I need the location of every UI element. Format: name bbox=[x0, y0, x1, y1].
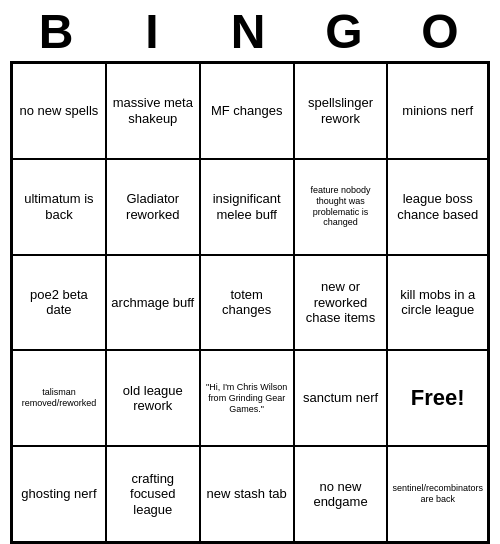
letter-o: O bbox=[394, 4, 490, 59]
bingo-cell-7[interactable]: insignificant melee buff bbox=[200, 159, 294, 255]
bingo-cell-6[interactable]: Gladiator reworked bbox=[106, 159, 200, 255]
bingo-cell-17[interactable]: "Hi, I'm Chris Wilson from Grinding Gear… bbox=[200, 350, 294, 446]
bingo-cell-19[interactable]: Free! bbox=[387, 350, 488, 446]
bingo-cell-11[interactable]: archmage buff bbox=[106, 255, 200, 351]
bingo-cell-4[interactable]: minions nerf bbox=[387, 63, 488, 159]
letter-b: B bbox=[10, 4, 106, 59]
letter-g: G bbox=[298, 4, 394, 59]
bingo-grid: no new spellsmassive meta shakeupMF chan… bbox=[10, 61, 490, 544]
bingo-cell-5[interactable]: ultimatum is back bbox=[12, 159, 106, 255]
letter-i: I bbox=[106, 4, 202, 59]
bingo-cell-16[interactable]: old league rework bbox=[106, 350, 200, 446]
bingo-cell-23[interactable]: no new endgame bbox=[294, 446, 388, 542]
bingo-cell-20[interactable]: ghosting nerf bbox=[12, 446, 106, 542]
bingo-cell-15[interactable]: talisman removed/reworked bbox=[12, 350, 106, 446]
bingo-cell-14[interactable]: kill mobs in a circle league bbox=[387, 255, 488, 351]
bingo-cell-9[interactable]: league boss chance based bbox=[387, 159, 488, 255]
bingo-title: B I N G O bbox=[10, 0, 490, 61]
bingo-cell-22[interactable]: new stash tab bbox=[200, 446, 294, 542]
bingo-cell-21[interactable]: crafting focused league bbox=[106, 446, 200, 542]
bingo-cell-2[interactable]: MF changes bbox=[200, 63, 294, 159]
bingo-cell-10[interactable]: poe2 beta date bbox=[12, 255, 106, 351]
bingo-cell-0[interactable]: no new spells bbox=[12, 63, 106, 159]
bingo-cell-24[interactable]: sentinel/recombinators are back bbox=[387, 446, 488, 542]
letter-n: N bbox=[202, 4, 298, 59]
bingo-cell-13[interactable]: new or reworked chase items bbox=[294, 255, 388, 351]
bingo-cell-1[interactable]: massive meta shakeup bbox=[106, 63, 200, 159]
bingo-cell-8[interactable]: feature nobody thought was problematic i… bbox=[294, 159, 388, 255]
bingo-cell-18[interactable]: sanctum nerf bbox=[294, 350, 388, 446]
bingo-cell-3[interactable]: spellslinger rework bbox=[294, 63, 388, 159]
bingo-cell-12[interactable]: totem changes bbox=[200, 255, 294, 351]
